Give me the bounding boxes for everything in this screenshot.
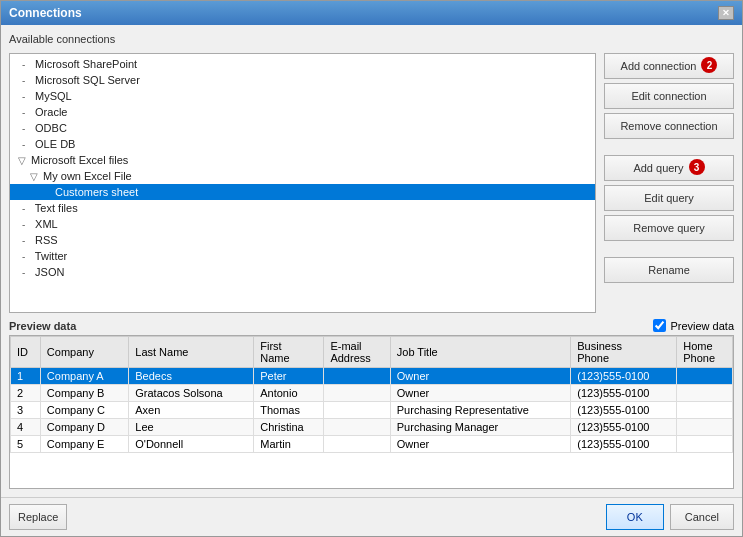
table-row[interactable]: 4 Company D Lee Christina Purchasing Man…: [11, 419, 733, 436]
col-id: ID: [11, 337, 41, 368]
close-button[interactable]: ✕: [718, 6, 734, 20]
cell-business-phone: (123)555-0100: [571, 436, 677, 453]
remove-connection-label: Remove connection: [620, 120, 717, 132]
conn-label: My own Excel File: [43, 170, 132, 182]
conn-item-customers-sheet[interactable]: Customers sheet: [10, 184, 595, 200]
conn-item-mysql[interactable]: - MySQL: [10, 88, 595, 104]
spacer: [604, 143, 734, 151]
expand-icon: -: [22, 139, 32, 150]
expand-icon: -: [22, 219, 32, 230]
expand-icon: -: [22, 267, 32, 278]
table-header-row: ID Company Last Name FirstName E-mailAdd…: [11, 337, 733, 368]
conn-label: Microsoft SharePoint: [35, 58, 137, 70]
expand-icon: -: [22, 91, 32, 102]
cell-email: [324, 385, 390, 402]
conn-label: Microsoft Excel files: [31, 154, 128, 166]
conn-item-twitter[interactable]: - Twitter: [10, 248, 595, 264]
conn-item-xml[interactable]: - XML: [10, 216, 595, 232]
col-email: E-mailAddress: [324, 337, 390, 368]
col-first-name: FirstName: [254, 337, 324, 368]
preview-table-container[interactable]: ID Company Last Name FirstName E-mailAdd…: [9, 335, 734, 489]
conn-item-microsoft-sql-server[interactable]: - Microsoft SQL Server: [10, 72, 595, 88]
conn-item-my-own-excel-file[interactable]: ▽ My own Excel File: [10, 168, 595, 184]
col-company: Company: [40, 337, 128, 368]
conn-label: Customers sheet: [55, 186, 138, 198]
table-row[interactable]: 3 Company C Axen Thomas Purchasing Repre…: [11, 402, 733, 419]
cell-email: [324, 419, 390, 436]
add-connection-button[interactable]: Add connection 2: [604, 53, 734, 79]
cell-first-name: Peter: [254, 368, 324, 385]
cell-last-name: Lee: [129, 419, 254, 436]
add-query-badge: 3: [689, 159, 705, 175]
cell-first-name: Christina: [254, 419, 324, 436]
cell-company: Company D: [40, 419, 128, 436]
remove-connection-button[interactable]: Remove connection: [604, 113, 734, 139]
table-row[interactable]: 1 Company A Bedecs Peter Owner (123)555-…: [11, 368, 733, 385]
cell-company: Company B: [40, 385, 128, 402]
cell-home-phone: [677, 368, 733, 385]
cell-id: 3: [11, 402, 41, 419]
col-business-phone: BusinessPhone: [571, 337, 677, 368]
edit-connection-button[interactable]: Edit connection: [604, 83, 734, 109]
cell-last-name: O'Donnell: [129, 436, 254, 453]
dialog-footer: Replace OK Cancel: [1, 497, 742, 536]
ok-button[interactable]: OK: [606, 504, 664, 530]
conn-item-text-files[interactable]: - Text files: [10, 200, 595, 216]
conn-item-json[interactable]: - JSON: [10, 264, 595, 280]
conn-label: Oracle: [35, 106, 67, 118]
cancel-label: Cancel: [685, 511, 719, 523]
conn-label: XML: [35, 218, 58, 230]
connections-dialog: Connections ✕ Available connections - Mi…: [0, 0, 743, 537]
expand-icon: -: [22, 59, 32, 70]
footer-right: OK Cancel: [606, 504, 734, 530]
conn-item-ole-db[interactable]: - OLE DB: [10, 136, 595, 152]
cell-last-name: Bedecs: [129, 368, 254, 385]
table-body: 1 Company A Bedecs Peter Owner (123)555-…: [11, 368, 733, 453]
col-job-title: Job Title: [390, 337, 570, 368]
add-connection-badge: 2: [701, 57, 717, 73]
cell-email: [324, 368, 390, 385]
cell-business-phone: (123)555-0100: [571, 419, 677, 436]
conn-item-oracle[interactable]: - Oracle: [10, 104, 595, 120]
connections-panel[interactable]: - Microsoft SharePoint - Microsoft SQL S…: [9, 53, 596, 313]
expand-icon: -: [22, 251, 32, 262]
cell-home-phone: [677, 385, 733, 402]
preview-checkbox-area: Preview data: [653, 319, 734, 332]
preview-data-checkbox[interactable]: [653, 319, 666, 332]
conn-item-microsoft-sharepoint[interactable]: - Microsoft SharePoint: [10, 56, 595, 72]
edit-connection-label: Edit connection: [631, 90, 706, 102]
conn-item-microsoft-excel-files[interactable]: ▽ Microsoft Excel files: [10, 152, 595, 168]
spacer2: [604, 245, 734, 253]
available-connections-label: Available connections: [9, 33, 734, 45]
table-row[interactable]: 2 Company B Gratacos Solsona Antonio Own…: [11, 385, 733, 402]
main-area: - Microsoft SharePoint - Microsoft SQL S…: [9, 53, 734, 313]
connections-list: - Microsoft SharePoint - Microsoft SQL S…: [10, 54, 595, 282]
conn-item-odbc[interactable]: - ODBC: [10, 120, 595, 136]
rename-button[interactable]: Rename: [604, 257, 734, 283]
cell-id: 2: [11, 385, 41, 402]
conn-label: OLE DB: [35, 138, 75, 150]
expand-icon: -: [22, 75, 32, 86]
remove-query-button[interactable]: Remove query: [604, 215, 734, 241]
dialog-title: Connections: [9, 6, 82, 20]
rename-label: Rename: [648, 264, 690, 276]
conn-label: RSS: [35, 234, 58, 246]
preview-checkbox-label: Preview data: [670, 320, 734, 332]
cell-email: [324, 436, 390, 453]
cell-first-name: Martin: [254, 436, 324, 453]
cancel-button[interactable]: Cancel: [670, 504, 734, 530]
replace-button[interactable]: Replace: [9, 504, 67, 530]
preview-table: ID Company Last Name FirstName E-mailAdd…: [10, 336, 733, 453]
add-query-button[interactable]: Add query 3: [604, 155, 734, 181]
cell-id: 1: [11, 368, 41, 385]
cell-company: Company A: [40, 368, 128, 385]
edit-query-button[interactable]: Edit query: [604, 185, 734, 211]
table-row[interactable]: 5 Company E O'Donnell Martin Owner (123)…: [11, 436, 733, 453]
expand-icon: -: [22, 107, 32, 118]
cell-business-phone: (123)555-0100: [571, 368, 677, 385]
collapse-icon: ▽: [18, 155, 28, 166]
dialog-content: Available connections - Microsoft ShareP…: [1, 25, 742, 497]
conn-label: Text files: [35, 202, 78, 214]
conn-item-rss[interactable]: - RSS: [10, 232, 595, 248]
conn-label: JSON: [35, 266, 64, 278]
